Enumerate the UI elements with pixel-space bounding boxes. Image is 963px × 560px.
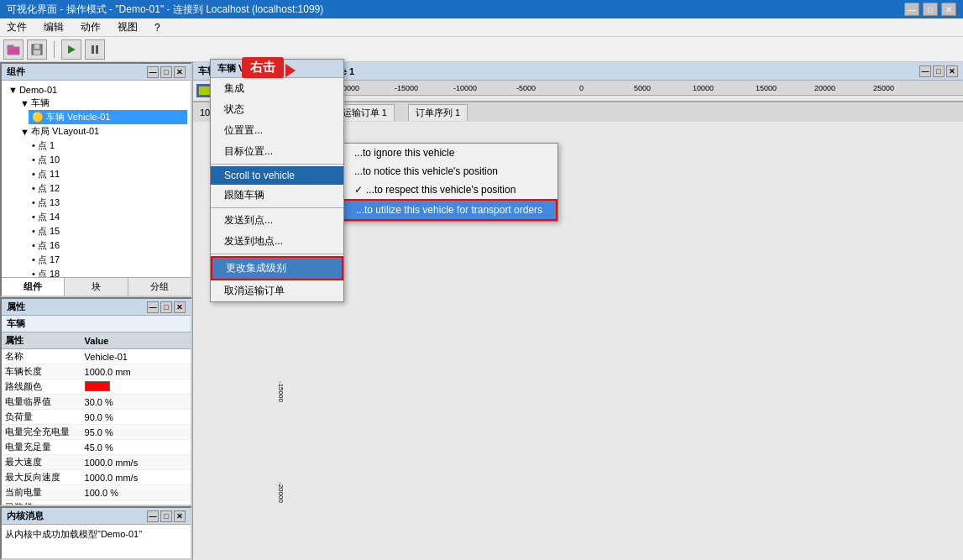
- title-bar: 可视化界面 - 操作模式 - "Demo-01" - 连接到 Localhost…: [0, 0, 963, 18]
- status-message: 从内核中成功加载模型"Demo-01": [5, 529, 142, 539]
- close-button[interactable]: ✕: [941, 3, 956, 16]
- tree-vehicle-01[interactable]: 🟡 车辆 Vehicle-01: [29, 110, 187, 124]
- window-controls: — □ ✕: [904, 3, 956, 16]
- prop-value: 45.0 %: [81, 440, 191, 455]
- tree-point-17[interactable]: • 点 17: [29, 253, 187, 267]
- prop-value: 1000.0 mm/s: [81, 470, 191, 485]
- tab-components[interactable]: 组件: [2, 278, 65, 296]
- prop-key: 电量完全充电量: [2, 425, 81, 440]
- tree-demo01[interactable]: ▼Demo-01: [5, 84, 187, 96]
- toolbar-save-btn[interactable]: [27, 39, 47, 60]
- tab-driving-course[interactable]: Driving course 1: [239, 105, 321, 119]
- msg-close-btn[interactable]: ✕: [174, 510, 186, 522]
- msg-minimize-btn[interactable]: —: [147, 510, 159, 522]
- tree-point-11[interactable]: • 点 11: [29, 167, 187, 181]
- svg-rect-7: [96, 45, 98, 54]
- menu-edit[interactable]: 编辑: [40, 18, 67, 36]
- tree-point-12[interactable]: • 点 12: [29, 181, 187, 196]
- left-panel: 组件 — □ ✕ ▼Demo-01 ▼车辆 🟡 车辆 Vehicle-01: [0, 62, 193, 560]
- vehicle-min-btn[interactable]: —: [223, 65, 235, 77]
- vehicle-panel-title: 车辆: [198, 65, 217, 77]
- vehicle-content: Vehicle-01: [193, 81, 276, 101]
- ruler-horizontal: -25000 -20000 -15000 -10000 -5000 0 5000…: [294, 81, 963, 96]
- tree-point-16[interactable]: • 点 16: [29, 238, 187, 253]
- comp-panel-maximize-btn[interactable]: □: [160, 66, 172, 78]
- driving-course-panel: Driving course 1 — □ ✕ -25000 -20000 -15…: [277, 62, 963, 101]
- props-col-key: 属性: [2, 332, 81, 349]
- prop-value: 1000.0 mm: [81, 364, 191, 379]
- tree-layouts[interactable]: ▼布局 VLayout-01: [17, 124, 187, 139]
- tab-blocks[interactable]: 块: [65, 278, 128, 296]
- prop-key: 名称: [2, 349, 81, 364]
- component-panel-header: 组件 — □ ✕: [2, 64, 191, 81]
- prop-key: 最大速度: [2, 455, 81, 470]
- menu-help[interactable]: ?: [151, 20, 164, 35]
- minimize-button[interactable]: —: [904, 3, 919, 16]
- component-tree: ▼Demo-01 ▼车辆 🟡 车辆 Vehicle-01 ▼布局 VLayout…: [2, 81, 191, 277]
- prop-key: 已装货: [2, 500, 81, 505]
- msg-maximize-btn[interactable]: □: [160, 510, 172, 522]
- tree-point-18[interactable]: • 点 18: [29, 267, 187, 277]
- svg-rect-6: [92, 45, 94, 54]
- prop-value: 1000.0 mm/s: [81, 455, 191, 470]
- tree-point-1[interactable]: • 点 1: [29, 139, 187, 153]
- svg-rect-3: [34, 44, 39, 49]
- toolbar-open-btn[interactable]: [3, 39, 24, 60]
- vehicle-subpanel: 车辆 — □ ✕ Vehicle-01: [193, 62, 277, 101]
- messages-panel-header: 内核消息 — □ ✕: [2, 508, 191, 525]
- toolbar: [0, 37, 963, 62]
- prop-key: 车辆长度: [2, 364, 81, 379]
- props-maximize-btn[interactable]: □: [160, 301, 172, 313]
- prop-value: 100.0 %: [81, 485, 191, 500]
- menu-view[interactable]: 视图: [114, 18, 141, 36]
- comp-panel-minimize-btn[interactable]: —: [147, 66, 159, 78]
- vehicle-item[interactable]: Vehicle-01: [196, 84, 273, 97]
- dc-min-btn[interactable]: —: [919, 65, 931, 77]
- prop-key: 电量临界值: [2, 395, 81, 410]
- prop-key: 路线颜色: [2, 379, 81, 395]
- app-title: 可视化界面 - 操作模式 - "Demo-01" - 连接到 Localhost…: [7, 3, 323, 17]
- prop-value: 30.0 %: [81, 395, 191, 410]
- prop-key: 电量充足量: [2, 440, 81, 455]
- vehicle-max-btn[interactable]: □: [237, 65, 249, 77]
- dc-close-btn[interactable]: ✕: [946, 65, 958, 77]
- prop-key: 当前电量: [2, 485, 81, 500]
- svg-marker-5: [68, 45, 76, 54]
- right-area: 车辆 — □ ✕ Vehicle-01: [193, 62, 963, 560]
- tab-order-sequences[interactable]: 订单序列 1: [408, 104, 468, 121]
- toolbar-play-btn[interactable]: [61, 39, 81, 60]
- props-subtitle: 车辆: [2, 316, 191, 332]
- tree-vehicles[interactable]: ▼车辆: [17, 96, 187, 110]
- component-panel: 组件 — □ ✕ ▼Demo-01 ▼车辆 🟡 车辆 Vehicle-01: [0, 62, 192, 297]
- comp-panel-close-btn[interactable]: ✕: [174, 66, 186, 78]
- properties-panel: 属性 — □ ✕ 车辆 属性 Value 名称Veh: [0, 297, 192, 506]
- properties-panel-title: 属性: [7, 301, 25, 313]
- tree-point-15[interactable]: • 点 15: [29, 224, 187, 238]
- toolbar-pause-btn[interactable]: [85, 39, 105, 60]
- driving-course-header: Driving course 1 — □ ✕: [277, 62, 963, 81]
- tree-point-14[interactable]: • 点 14: [29, 210, 187, 224]
- zoom-level: 100 %: [200, 107, 226, 118]
- main-layout: 组件 — □ ✕ ▼Demo-01 ▼车辆 🟡 车辆 Vehicle-01: [0, 62, 963, 560]
- props-col-value: Value: [81, 332, 191, 349]
- prop-value: 95.0 %: [81, 425, 191, 440]
- menu-action[interactable]: 动作: [77, 18, 104, 36]
- maximize-button[interactable]: □: [923, 3, 938, 16]
- props-minimize-btn[interactable]: —: [147, 301, 159, 313]
- tab-groups[interactable]: 分组: [128, 278, 191, 296]
- tree-point-13[interactable]: • 点 13: [29, 196, 187, 210]
- toolbar-separator: [54, 41, 55, 58]
- tab-transport-orders[interactable]: 运输订单 1: [335, 104, 395, 121]
- properties-content: 属性 Value 名称Vehicle-01车辆长度1000.0 mm路线颜色电量…: [2, 332, 191, 505]
- props-close-btn[interactable]: ✕: [174, 301, 186, 313]
- menu-file[interactable]: 文件: [3, 18, 30, 36]
- menu-bar: 文件 编辑 动作 视图 ?: [0, 18, 963, 37]
- tree-point-10[interactable]: • 点 10: [29, 153, 187, 167]
- vehicle-close-btn[interactable]: ✕: [250, 65, 262, 77]
- dc-max-btn[interactable]: □: [933, 65, 945, 77]
- bottom-bar: 100 % Driving course 1 运输订单 1 订单序列 1: [193, 102, 963, 122]
- properties-table: 属性 Value 名称Vehicle-01车辆长度1000.0 mm路线颜色电量…: [2, 332, 191, 505]
- messages-panel: 内核消息 — □ ✕ 从内核中成功加载模型"Demo-01": [0, 506, 192, 560]
- driving-course-title: Driving course 1: [282, 66, 354, 76]
- vehicle-panel-header: 车辆 — □ ✕: [193, 62, 276, 81]
